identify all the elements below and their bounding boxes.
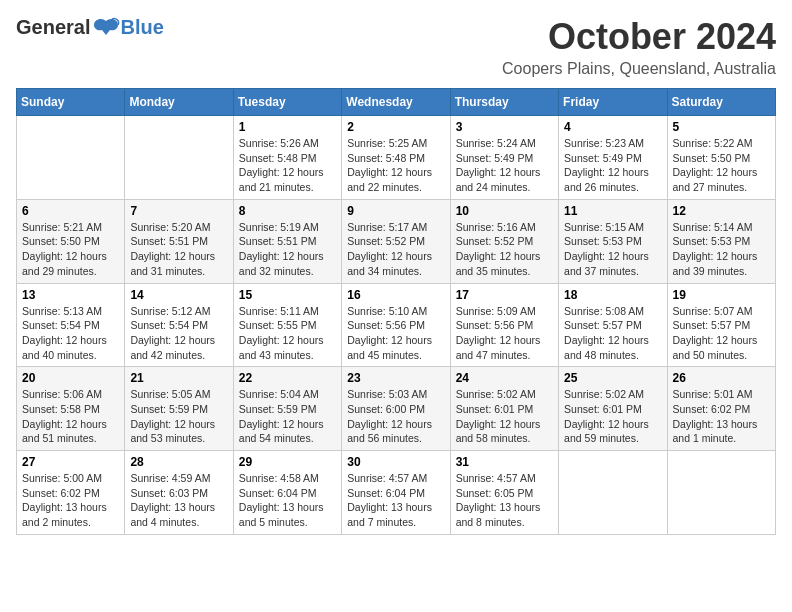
calendar-cell: 10Sunrise: 5:16 AM Sunset: 5:52 PM Dayli… [450,199,558,283]
day-info: Sunrise: 5:20 AM Sunset: 5:51 PM Dayligh… [130,220,227,279]
day-number: 13 [22,288,119,302]
day-number: 3 [456,120,553,134]
calendar-cell: 27Sunrise: 5:00 AM Sunset: 6:02 PM Dayli… [17,451,125,535]
calendar-cell: 25Sunrise: 5:02 AM Sunset: 6:01 PM Dayli… [559,367,667,451]
logo-general: General [16,16,90,39]
calendar-week-row: 27Sunrise: 5:00 AM Sunset: 6:02 PM Dayli… [17,451,776,535]
calendar-cell: 26Sunrise: 5:01 AM Sunset: 6:02 PM Dayli… [667,367,775,451]
calendar-cell: 4Sunrise: 5:23 AM Sunset: 5:49 PM Daylig… [559,116,667,200]
calendar-cell: 15Sunrise: 5:11 AM Sunset: 5:55 PM Dayli… [233,283,341,367]
day-number: 28 [130,455,227,469]
weekday-header-row: SundayMondayTuesdayWednesdayThursdayFrid… [17,89,776,116]
day-info: Sunrise: 5:22 AM Sunset: 5:50 PM Dayligh… [673,136,770,195]
day-number: 6 [22,204,119,218]
calendar-week-row: 13Sunrise: 5:13 AM Sunset: 5:54 PM Dayli… [17,283,776,367]
day-number: 25 [564,371,661,385]
calendar-table: SundayMondayTuesdayWednesdayThursdayFrid… [16,88,776,535]
day-number: 19 [673,288,770,302]
day-number: 10 [456,204,553,218]
day-number: 4 [564,120,661,134]
day-info: Sunrise: 5:01 AM Sunset: 6:02 PM Dayligh… [673,387,770,446]
weekday-header-sunday: Sunday [17,89,125,116]
weekday-header-wednesday: Wednesday [342,89,450,116]
day-number: 1 [239,120,336,134]
day-info: Sunrise: 5:02 AM Sunset: 6:01 PM Dayligh… [564,387,661,446]
day-number: 5 [673,120,770,134]
calendar-cell [667,451,775,535]
day-info: Sunrise: 5:03 AM Sunset: 6:00 PM Dayligh… [347,387,444,446]
day-number: 30 [347,455,444,469]
calendar-cell: 1Sunrise: 5:26 AM Sunset: 5:48 PM Daylig… [233,116,341,200]
day-number: 27 [22,455,119,469]
day-number: 31 [456,455,553,469]
day-info: Sunrise: 5:17 AM Sunset: 5:52 PM Dayligh… [347,220,444,279]
day-info: Sunrise: 5:11 AM Sunset: 5:55 PM Dayligh… [239,304,336,363]
calendar-cell: 12Sunrise: 5:14 AM Sunset: 5:53 PM Dayli… [667,199,775,283]
day-info: Sunrise: 5:21 AM Sunset: 5:50 PM Dayligh… [22,220,119,279]
day-number: 26 [673,371,770,385]
day-number: 8 [239,204,336,218]
day-number: 23 [347,371,444,385]
calendar-cell: 7Sunrise: 5:20 AM Sunset: 5:51 PM Daylig… [125,199,233,283]
day-info: Sunrise: 4:57 AM Sunset: 6:05 PM Dayligh… [456,471,553,530]
day-number: 11 [564,204,661,218]
day-info: Sunrise: 5:12 AM Sunset: 5:54 PM Dayligh… [130,304,227,363]
day-number: 2 [347,120,444,134]
day-info: Sunrise: 5:07 AM Sunset: 5:57 PM Dayligh… [673,304,770,363]
calendar-cell: 17Sunrise: 5:09 AM Sunset: 5:56 PM Dayli… [450,283,558,367]
day-info: Sunrise: 5:25 AM Sunset: 5:48 PM Dayligh… [347,136,444,195]
day-number: 24 [456,371,553,385]
calendar-cell: 29Sunrise: 4:58 AM Sunset: 6:04 PM Dayli… [233,451,341,535]
calendar-cell: 13Sunrise: 5:13 AM Sunset: 5:54 PM Dayli… [17,283,125,367]
calendar-week-row: 6Sunrise: 5:21 AM Sunset: 5:50 PM Daylig… [17,199,776,283]
weekday-header-saturday: Saturday [667,89,775,116]
day-info: Sunrise: 5:24 AM Sunset: 5:49 PM Dayligh… [456,136,553,195]
day-number: 14 [130,288,227,302]
day-number: 9 [347,204,444,218]
day-number: 7 [130,204,227,218]
day-info: Sunrise: 5:10 AM Sunset: 5:56 PM Dayligh… [347,304,444,363]
calendar-cell: 6Sunrise: 5:21 AM Sunset: 5:50 PM Daylig… [17,199,125,283]
location-title: Coopers Plains, Queensland, Australia [502,60,776,78]
weekday-header-friday: Friday [559,89,667,116]
calendar-cell: 16Sunrise: 5:10 AM Sunset: 5:56 PM Dayli… [342,283,450,367]
calendar-cell: 24Sunrise: 5:02 AM Sunset: 6:01 PM Dayli… [450,367,558,451]
calendar-cell: 2Sunrise: 5:25 AM Sunset: 5:48 PM Daylig… [342,116,450,200]
day-info: Sunrise: 5:13 AM Sunset: 5:54 PM Dayligh… [22,304,119,363]
calendar-cell: 14Sunrise: 5:12 AM Sunset: 5:54 PM Dayli… [125,283,233,367]
day-info: Sunrise: 5:05 AM Sunset: 5:59 PM Dayligh… [130,387,227,446]
day-info: Sunrise: 5:23 AM Sunset: 5:49 PM Dayligh… [564,136,661,195]
calendar-cell: 9Sunrise: 5:17 AM Sunset: 5:52 PM Daylig… [342,199,450,283]
day-number: 21 [130,371,227,385]
weekday-header-thursday: Thursday [450,89,558,116]
day-info: Sunrise: 5:26 AM Sunset: 5:48 PM Dayligh… [239,136,336,195]
calendar-cell [559,451,667,535]
day-info: Sunrise: 5:02 AM Sunset: 6:01 PM Dayligh… [456,387,553,446]
calendar-cell [125,116,233,200]
calendar-cell: 5Sunrise: 5:22 AM Sunset: 5:50 PM Daylig… [667,116,775,200]
calendar-cell: 19Sunrise: 5:07 AM Sunset: 5:57 PM Dayli… [667,283,775,367]
title-area: October 2024 Coopers Plains, Queensland,… [502,16,776,78]
day-info: Sunrise: 5:00 AM Sunset: 6:02 PM Dayligh… [22,471,119,530]
calendar-cell: 22Sunrise: 5:04 AM Sunset: 5:59 PM Dayli… [233,367,341,451]
logo: General Blue [16,16,164,39]
day-number: 17 [456,288,553,302]
logo-bird-icon [92,17,120,39]
day-info: Sunrise: 5:04 AM Sunset: 5:59 PM Dayligh… [239,387,336,446]
calendar-cell: 31Sunrise: 4:57 AM Sunset: 6:05 PM Dayli… [450,451,558,535]
calendar-cell: 23Sunrise: 5:03 AM Sunset: 6:00 PM Dayli… [342,367,450,451]
day-info: Sunrise: 5:19 AM Sunset: 5:51 PM Dayligh… [239,220,336,279]
calendar-week-row: 20Sunrise: 5:06 AM Sunset: 5:58 PM Dayli… [17,367,776,451]
calendar-cell: 30Sunrise: 4:57 AM Sunset: 6:04 PM Dayli… [342,451,450,535]
calendar-cell: 8Sunrise: 5:19 AM Sunset: 5:51 PM Daylig… [233,199,341,283]
day-number: 29 [239,455,336,469]
calendar-cell: 20Sunrise: 5:06 AM Sunset: 5:58 PM Dayli… [17,367,125,451]
day-info: Sunrise: 5:15 AM Sunset: 5:53 PM Dayligh… [564,220,661,279]
calendar-week-row: 1Sunrise: 5:26 AM Sunset: 5:48 PM Daylig… [17,116,776,200]
calendar-cell: 18Sunrise: 5:08 AM Sunset: 5:57 PM Dayli… [559,283,667,367]
day-number: 12 [673,204,770,218]
calendar-cell: 28Sunrise: 4:59 AM Sunset: 6:03 PM Dayli… [125,451,233,535]
day-number: 22 [239,371,336,385]
calendar-cell: 3Sunrise: 5:24 AM Sunset: 5:49 PM Daylig… [450,116,558,200]
day-info: Sunrise: 4:59 AM Sunset: 6:03 PM Dayligh… [130,471,227,530]
